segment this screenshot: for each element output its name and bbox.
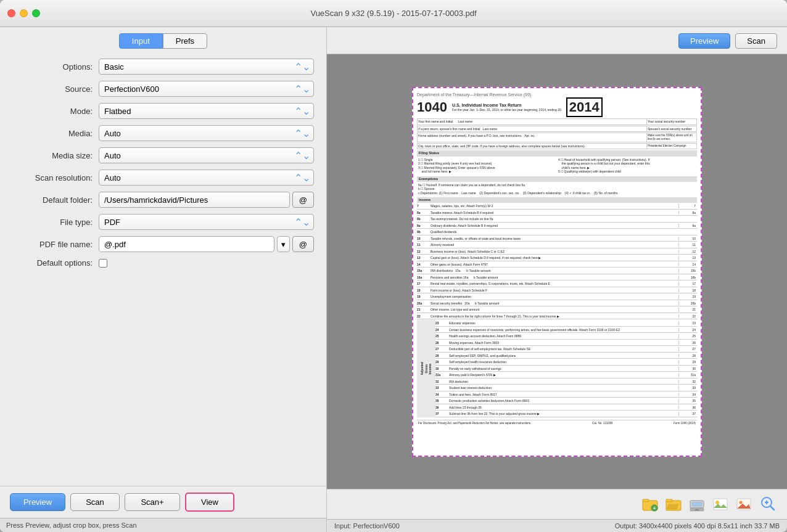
media-label: Media: (12, 129, 99, 138)
document-inner: Department of the Treasury—Internal Reve… (413, 88, 701, 456)
media-size-control: Auto ⌃⌄ (99, 147, 314, 163)
status-output: Output: 3400x4400 pixels 400 dpi 8.5x11 … (615, 522, 780, 530)
svg-rect-11 (714, 499, 727, 510)
pdf-filename-label: PDF file name: (12, 240, 99, 249)
media-control: Auto ⌃⌄ (99, 125, 314, 141)
tab-input[interactable]: Input (119, 33, 163, 49)
scan-right-button[interactable]: Scan (735, 33, 777, 49)
pdf-filename-row: PDF file name: ▾ @ (12, 236, 314, 252)
svg-text:+: + (653, 505, 656, 511)
media-size-select-wrapper: Auto ⌃⌄ (99, 147, 314, 163)
media-select-wrapper: Auto ⌃⌄ (99, 125, 314, 141)
image2-button[interactable] (734, 494, 754, 514)
exemptions-header: Exemptions (417, 176, 697, 182)
new-folder-button[interactable]: + (640, 494, 660, 514)
default-folder-control: /Users/hamrickdavid/Pictures @ (99, 192, 314, 208)
folder-at-button[interactable]: @ (292, 192, 314, 208)
status-bar-left: Press Preview, adjust crop box, press Sc… (0, 518, 326, 532)
default-options-control (99, 259, 314, 268)
image1-button[interactable] (711, 494, 730, 514)
main-window: VueScan 9 x32 (9.5.19) - 2015-07-17-0003… (0, 0, 787, 532)
preview-right-button[interactable]: Preview (678, 33, 730, 49)
main-content: Input Prefs Options: Basic ⌃⌄ (0, 27, 787, 532)
svg-line-20 (770, 506, 774, 510)
preview-area: Department of the Treasury—Internal Reve… (327, 54, 787, 489)
svg-rect-8 (692, 502, 702, 506)
scan-resolution-row: Scan resolution: Auto ⌃⌄ (12, 170, 314, 186)
file-type-select[interactable]: PDF (99, 214, 314, 230)
pdf-filename-at-button[interactable]: @ (292, 236, 314, 252)
options-select-wrapper: Basic ⌃⌄ (99, 59, 314, 75)
form-title: U.S. Individual Income Tax Return (452, 102, 561, 108)
scan-resolution-select-wrapper: Auto ⌃⌄ (99, 170, 314, 186)
default-options-row: Default options: (12, 258, 314, 268)
scan-plus-button[interactable]: Scan+ (125, 493, 180, 511)
source-label: Source: (12, 84, 99, 94)
mode-select[interactable]: Flatbed (99, 103, 314, 119)
new-folder-icon: + (641, 496, 659, 513)
mode-row: Mode: Flatbed ⌃⌄ (12, 103, 314, 119)
options-control: Basic ⌃⌄ (99, 59, 314, 75)
scan-button[interactable]: Scan (70, 493, 120, 511)
right-panel: Preview Scan Department of the Treasury—… (327, 27, 787, 532)
preview-button[interactable]: Preview (10, 493, 65, 511)
zoom-in-button[interactable] (757, 494, 777, 514)
image1-icon (712, 496, 729, 513)
media-row: Media: Auto ⌃⌄ (12, 125, 314, 141)
form-cat: Cat. No. 11320B (592, 422, 612, 425)
form-ref: Form 1040 (2014) (674, 422, 696, 425)
maximize-button[interactable] (32, 9, 40, 17)
status-text: Press Preview, adjust crop box, press Sc… (6, 522, 137, 529)
minimize-button[interactable] (20, 9, 28, 17)
document-preview: Department of the Treasury—Internal Reve… (412, 87, 702, 457)
scanner-icon (688, 496, 706, 513)
scan-resolution-label: Scan resolution: (12, 173, 99, 182)
svg-marker-6 (667, 504, 678, 509)
media-size-label: Media size: (12, 151, 99, 160)
source-select[interactable]: PerfectionV600 (99, 81, 314, 97)
tab-bar: Input Prefs (0, 27, 326, 54)
media-size-select[interactable]: Auto (99, 147, 314, 163)
income-header: Income (417, 197, 697, 203)
mode-select-wrapper: Flatbed ⌃⌄ (99, 103, 314, 119)
form-footer: For Disclosure, Privacy Act, and Paperwo… (418, 422, 531, 425)
svg-rect-5 (666, 499, 672, 502)
default-options-label: Default options: (12, 258, 99, 268)
close-button[interactable] (7, 9, 15, 17)
default-folder-select[interactable]: /Users/hamrickdavid/Pictures (99, 192, 290, 208)
file-type-select-wrapper: PDF ⌃⌄ (99, 214, 314, 230)
left-panel: Input Prefs Options: Basic ⌃⌄ (0, 27, 327, 532)
options-label: Options: (12, 62, 99, 72)
media-select[interactable]: Auto (99, 125, 314, 141)
preview-toolbar: Preview Scan (327, 27, 787, 54)
tab-prefs[interactable]: Prefs (163, 33, 207, 49)
scanner-button[interactable] (687, 494, 707, 514)
pdf-filename-control: ▾ @ (99, 236, 314, 252)
options-select[interactable]: Basic (99, 59, 314, 75)
scan-resolution-select[interactable]: Auto (99, 170, 314, 186)
default-folder-label: Default folder: (12, 195, 99, 205)
titlebar: VueScan 9 x32 (9.5.19) - 2015-07-17-0003… (0, 0, 787, 27)
mode-control: Flatbed ⌃⌄ (99, 103, 314, 119)
file-type-row: File type: PDF ⌃⌄ (12, 214, 314, 230)
filing-status-header: Filing Status (417, 150, 697, 156)
scan-resolution-control: Auto ⌃⌄ (99, 170, 314, 186)
image2-icon (735, 496, 752, 513)
svg-rect-1 (643, 499, 649, 502)
status-input: Input: PerfectionV600 (334, 522, 400, 530)
status-bar-right: Input: PerfectionV600 Output: 3400x4400 … (327, 519, 787, 532)
default-options-checkbox[interactable] (99, 259, 107, 268)
svg-rect-10 (695, 509, 699, 510)
file-type-label: File type: (12, 218, 99, 227)
form-year: 2014 (566, 97, 603, 118)
form-header: Department of the Treasury—Internal Reve… (417, 92, 697, 118)
tax-form: Department of the Treasury—Internal Reve… (417, 92, 697, 427)
bottom-button-bar: Preview Scan Scan+ View (0, 486, 326, 518)
pdf-filename-input[interactable] (99, 236, 274, 252)
pdf-filename-dropdown-button[interactable]: ▾ (277, 236, 290, 252)
view-button[interactable]: View (185, 493, 234, 512)
open-folder-button[interactable] (664, 494, 683, 514)
media-size-row: Media size: Auto ⌃⌄ (12, 147, 314, 163)
preview-bottom-toolbar: + (327, 489, 787, 519)
source-row: Source: PerfectionV600 ⌃⌄ (12, 81, 314, 97)
